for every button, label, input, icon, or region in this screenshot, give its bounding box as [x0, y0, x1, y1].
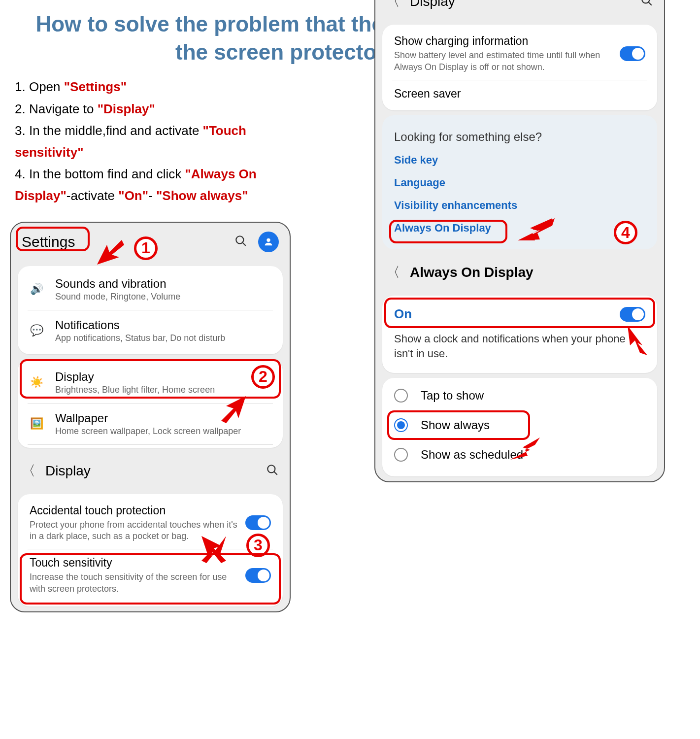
radio-icon — [394, 448, 408, 462]
settings-title: Settings — [22, 234, 75, 250]
search-icon[interactable] — [640, 0, 653, 9]
link-language[interactable]: Language — [382, 171, 657, 194]
display-subheader: 〈 Display — [11, 453, 290, 489]
svg-line-6 — [274, 471, 277, 475]
link-visibility[interactable]: Visibility enhancements — [382, 194, 657, 217]
phone-right: 〈 Display Show charging information Show… — [374, 0, 665, 482]
back-icon[interactable]: 〈 — [386, 263, 400, 282]
setting-screensaver[interactable]: Screen saver — [382, 80, 657, 107]
toggle-accidental[interactable] — [245, 515, 271, 530]
wallpaper-icon: 🖼️ — [28, 415, 45, 433]
display-header-right: 〈 Display — [375, 0, 664, 20]
radio-icon — [394, 418, 408, 432]
svg-point-5 — [267, 465, 275, 472]
setting-charging-info[interactable]: Show charging information Show battery l… — [382, 28, 657, 80]
radio-tap-to-show[interactable]: Tap to show — [382, 381, 657, 410]
back-icon[interactable]: 〈 — [22, 462, 35, 480]
search-icon[interactable] — [266, 464, 279, 478]
item-display[interactable]: ☀️ DisplayBrightness, Blue light filter,… — [18, 362, 283, 403]
radio-show-always[interactable]: Show always — [382, 410, 657, 440]
aod-desc: Show a clock and notifications when your… — [382, 330, 657, 370]
back-icon[interactable]: 〈 — [386, 0, 400, 11]
looking-title: Looking for something else? — [382, 121, 657, 149]
item-wallpaper[interactable]: 🖼️ WallpaperHome screen wallpaper, Lock … — [18, 403, 283, 444]
profile-avatar[interactable] — [258, 232, 279, 252]
radio-icon — [394, 389, 408, 403]
instruction-steps: 1. Open "Settings" 2. Navigate to "Displ… — [10, 76, 305, 211]
radio-show-scheduled[interactable]: Show as scheduled — [382, 440, 657, 470]
item-sounds[interactable]: 🔊 Sounds and vibrationSound mode, Ringto… — [18, 269, 283, 310]
link-side-key[interactable]: Side key — [382, 149, 657, 171]
svg-line-10 — [648, 2, 652, 6]
svg-point-2 — [267, 238, 270, 241]
svg-line-1 — [242, 242, 246, 246]
display-icon: ☀️ — [28, 373, 45, 391]
phone-left: Settings 1 🔊 Sounds and vibrationSound m… — [10, 222, 291, 613]
notification-icon: 💬 — [28, 322, 45, 339]
link-aod[interactable]: Always On Display — [382, 217, 657, 239]
aod-on-row[interactable]: On — [382, 299, 657, 330]
toggle-touch-sensitivity[interactable] — [245, 568, 271, 583]
item-notifications[interactable]: 💬 NotificationsApp notifications, Status… — [18, 310, 283, 351]
toggle-charging[interactable] — [620, 46, 645, 61]
aod-header: 〈 Always On Display — [375, 254, 664, 291]
sound-icon: 🔊 — [28, 280, 45, 298]
toggle-aod[interactable] — [620, 307, 645, 322]
search-icon[interactable] — [234, 235, 247, 249]
svg-point-0 — [236, 236, 243, 243]
setting-accidental-touch[interactable]: Accidental touch protection Protect your… — [18, 497, 283, 549]
setting-touch-sensitivity[interactable]: Touch sensitivity Increase the touch sen… — [18, 549, 283, 602]
looking-for-card: Looking for something else? Side key Lan… — [382, 115, 657, 249]
settings-header: Settings — [11, 223, 290, 261]
